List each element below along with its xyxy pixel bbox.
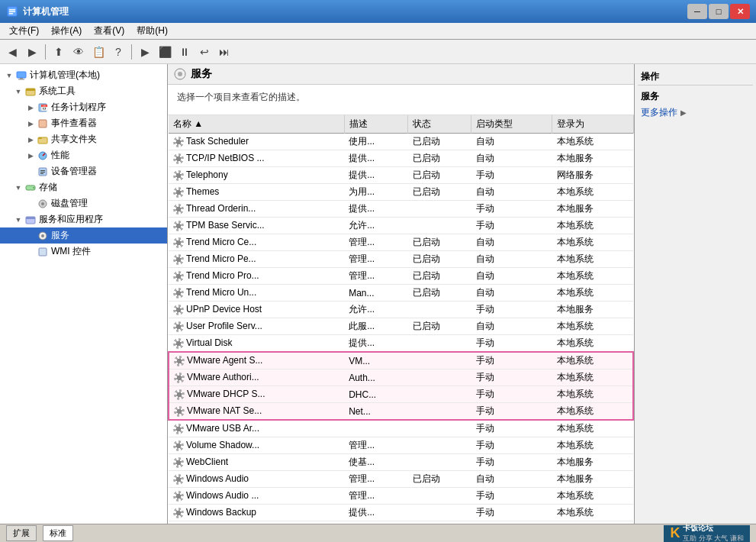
root-label: 计算机管理(本地) [30,69,100,82]
service-icon [173,338,184,349]
pause-button[interactable]: ⏸ [175,43,194,61]
cell-logon: 本地系统 [552,251,633,268]
close-button[interactable]: ✕ [730,4,750,19]
col-startup[interactable]: 启动类型 [471,115,552,134]
more-actions-item[interactable]: 更多操作 ▶ [638,105,753,121]
table-row[interactable]: Themes为用...已启动自动本地系统 [169,184,633,201]
tree-system-tools[interactable]: ▼ 系统工具 [0,83,167,99]
table-row[interactable]: Trend Micro Pe...管理...已启动自动本地系统 [169,251,633,268]
menu-action[interactable]: 操作(A) [45,23,88,39]
stop-button[interactable]: ⬛ [156,43,174,61]
cell-startup: 手动 [471,201,552,218]
tree-wmi[interactable]: WMI 控件 [0,244,167,260]
cell-status: 已启动 [408,471,471,488]
table-row[interactable]: Trend Micro Pro...管理...已启动自动本地系统 [169,268,633,285]
cell-startup: 手动 [471,352,552,369]
cell-desc [344,521,407,524]
table-row[interactable]: VMware USB Ar...手动本地系统 [169,420,633,437]
maximize-button[interactable]: □ [709,4,729,19]
table-row[interactable]: UPnP Device Host允许...手动本地服务 [169,302,633,318]
disk-icon [37,198,49,210]
col-name[interactable]: 名称 ▲ [169,115,344,134]
service-icon [173,237,184,248]
tab-expand[interactable]: 扩展 [6,525,37,541]
tree-shared-folder[interactable]: ▶ 共享文件夹 [0,131,167,147]
play-button[interactable]: ▶ [136,43,154,61]
cell-service-name: Windows Audio ... [169,488,344,505]
menu-view[interactable]: 查看(V) [88,23,130,39]
event-icon [37,118,49,130]
cell-service-name: Volume Shadow... [169,437,344,454]
table-row[interactable]: Telephony提供...已启动手动网络服务 [169,167,633,184]
cell-status: 已启动 [408,150,471,167]
tree-storage[interactable]: ▼ 存储 [0,179,167,195]
col-desc[interactable]: 描述 [344,115,407,134]
cell-logon: 本地系统 [552,488,633,505]
services-table[interactable]: 名称 ▲ 描述 状态 启动类型 登录为 Task Scheduler使用...已… [168,115,634,524]
show-hide-button[interactable]: 👁 [69,43,88,61]
toolbar-sep-1 [45,44,46,60]
table-row[interactable]: VMware Authori...Auth...手动本地系统 [169,369,633,386]
cell-desc: 提供... [344,335,407,353]
menu-help[interactable]: 帮助(H) [130,23,174,39]
properties-button[interactable]: 📋 [89,43,108,61]
table-row[interactable]: TCP/IP NetBIOS ...提供...已启动自动本地服务 [169,150,633,167]
svg-point-22 [41,202,44,205]
table-row[interactable]: Trend Micro Un...Man...已启动自动本地系统 [169,285,633,302]
table-header-row: 名称 ▲ 描述 状态 启动类型 登录为 [169,115,633,134]
tree-services[interactable]: 服务 [0,227,167,244]
minimize-button[interactable]: ─ [687,4,707,19]
tree-root[interactable]: ▼ 计算机管理(本地) [0,67,167,83]
table-row[interactable]: VMware Agent S...VM...手动本地系统 [169,352,633,369]
task-icon: 📅 [37,102,49,114]
table-row[interactable]: Virtual Disk提供...手动本地系统 [169,335,633,353]
service-icon [174,389,185,400]
cell-logon: 本地服务 [552,454,633,471]
svg-text:📅: 📅 [40,104,48,111]
table-row[interactable]: Thread Orderin...提供...手动本地服务 [169,201,633,218]
cell-logon: 本地系统 [552,369,633,386]
back-button[interactable]: ◀ [3,43,21,61]
col-status[interactable]: 状态 [408,115,471,134]
up-button[interactable]: ⬆ [50,43,68,61]
cell-desc: 管理... [344,234,407,251]
table-row[interactable]: WebClient使基...手动本地服务 [169,454,633,471]
forward-button[interactable]: ▶ [23,43,41,61]
tree-task-scheduler[interactable]: ▶ 📅 任务计划程序 [0,99,167,115]
menu-file[interactable]: 文件(F) [3,23,45,39]
tree-disk-management[interactable]: 磁盘管理 [0,195,167,211]
cell-desc: 管理... [344,437,407,454]
cell-desc: 提供... [344,505,407,521]
svg-rect-6 [18,79,24,79]
table-row[interactable]: VMware NAT Se...Net...手动本地系统 [169,403,633,421]
svg-rect-1 [9,9,15,11]
table-row[interactable]: Windows Audio ...管理...手动本地系统 [169,488,633,505]
tree-device-manager[interactable]: 设备管理器 [0,163,167,179]
cell-service-name: Trend Micro Un... [169,285,344,302]
col-logon[interactable]: 登录为 [552,115,633,134]
cell-status [408,505,471,521]
table-row[interactable]: Windows Biome...手动本地系统 [169,521,633,524]
table-row[interactable]: TPM Base Servic...允许...手动本地系统 [169,218,633,234]
tree-performance[interactable]: ▶ 性能 [0,147,167,163]
cell-startup: 自动 [471,150,552,167]
table-row[interactable]: Volume Shadow...管理...手动本地系统 [169,437,633,454]
table-row[interactable]: Trend Micro Ce...管理...已启动自动本地系统 [169,234,633,251]
cell-service-name: Windows Backup [169,505,344,521]
tree-event-viewer[interactable]: ▶ 事件查看器 [0,115,167,131]
actions-panel: 操作 服务 更多操作 ▶ [634,64,756,524]
help-button[interactable]: ? [109,43,127,61]
table-row[interactable]: Windows Audio管理...已启动自动本地服务 [169,471,633,488]
restart-button[interactable]: ↩ [195,43,214,61]
tab-standard[interactable]: 标准 [43,525,73,541]
cell-startup: 手动 [471,335,552,353]
cell-desc: Auth... [344,369,407,386]
tree-services-apps[interactable]: ▼ 服务和应用程序 [0,211,167,227]
svcapp-expand-icon: ▼ [12,214,24,226]
service-icon [173,137,184,147]
table-row[interactable]: Windows Backup提供...手动本地系统 [169,505,633,521]
skip-button[interactable]: ⏭ [215,43,233,61]
table-row[interactable]: User Profile Serv...此服...已启动自动本地系统 [169,318,633,335]
table-row[interactable]: Task Scheduler使用...已启动自动本地系统 [169,134,633,150]
table-row[interactable]: VMware DHCP S...DHC...手动本地系统 [169,386,633,403]
